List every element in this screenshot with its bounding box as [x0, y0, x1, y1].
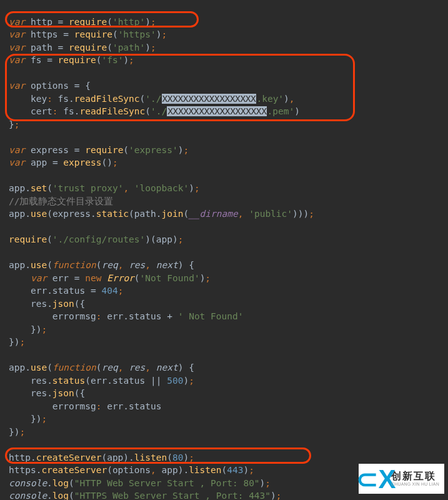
require-call: require — [69, 17, 107, 27]
logo-mark-icon: ⊂X — [364, 466, 389, 491]
watermark-logo: ⊂X 创新互联 CHUANG XIN HU LIAN — [359, 464, 444, 494]
code-comment: //加载静态文件目录设置 — [9, 196, 113, 206]
code-block: var http = require('http'); var https = … — [0, 0, 448, 500]
logo-text-cn: 创新互联 — [391, 471, 439, 482]
logo-text-en: CHUANG XIN HU LIAN — [391, 482, 439, 486]
redacted-text: XXXXXXXXXXXXXXXXXX — [162, 94, 257, 104]
redacted-text: XXXXXXXXXXXXXXXXXXX — [167, 106, 267, 116]
